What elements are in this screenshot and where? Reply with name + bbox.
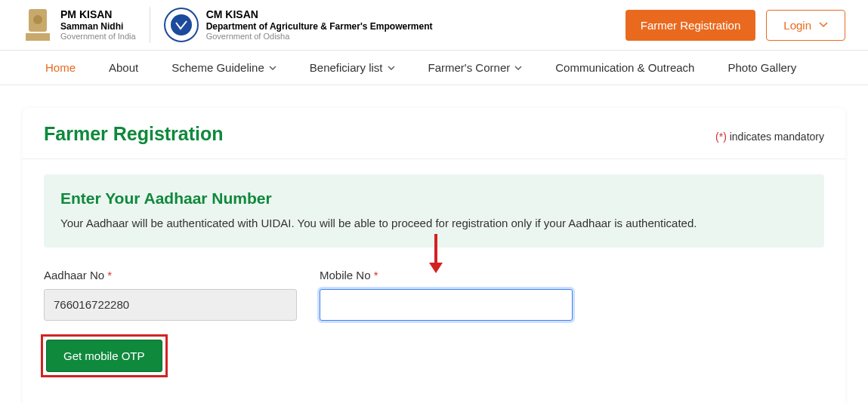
get-otp-highlight: Get mobile OTP bbox=[41, 334, 168, 377]
pm-sub: Samman Nidhi bbox=[60, 21, 136, 32]
cm-title: CM KISAN bbox=[206, 8, 433, 21]
cm-gov: Government of Odisha bbox=[206, 32, 433, 42]
pm-kisan-logo-block: PM KISAN Samman Nidhi Government of Indi… bbox=[23, 6, 136, 44]
nav-communication[interactable]: Communication & Outreach bbox=[555, 61, 694, 74]
info-text: Your Aadhaar will be authenticated with … bbox=[60, 215, 808, 232]
mobile-label: Mobile No * bbox=[320, 269, 573, 281]
svg-rect-1 bbox=[26, 33, 50, 41]
aadhaar-input[interactable] bbox=[44, 289, 297, 321]
nav-gallery[interactable]: Photo Gallery bbox=[727, 61, 796, 74]
nav-corner[interactable]: Farmer's Corner bbox=[428, 61, 523, 74]
red-arrow-annotation-icon bbox=[427, 232, 445, 275]
pm-title: PM KISAN bbox=[60, 8, 136, 21]
info-title: Enter Your Aadhaar Number bbox=[60, 189, 808, 208]
chevron-down-icon bbox=[819, 22, 828, 28]
india-emblem-icon bbox=[23, 6, 53, 44]
nav-home[interactable]: Home bbox=[45, 61, 76, 74]
chevron-down-icon bbox=[514, 66, 522, 70]
get-mobile-otp-button[interactable]: Get mobile OTP bbox=[46, 340, 162, 372]
cm-sub: Department of Agriculture & Farmer's Emp… bbox=[206, 21, 433, 32]
farmer-registration-button[interactable]: Farmer Registration bbox=[626, 10, 756, 41]
aadhaar-label: Aadhaar No * bbox=[44, 269, 297, 281]
header-divider bbox=[150, 7, 150, 43]
login-button[interactable]: Login bbox=[766, 10, 845, 41]
page-title: Farmer Registration bbox=[44, 123, 224, 145]
nav-scheme[interactable]: Scheme Guideline bbox=[171, 61, 276, 74]
cm-kisan-logo-block: CM KISAN Department of Agriculture & Far… bbox=[164, 8, 433, 42]
registration-card: Farmer Registration (*) indicates mandat… bbox=[23, 108, 845, 403]
mandatory-note: (*) indicates mandatory bbox=[715, 131, 824, 143]
nav-about[interactable]: About bbox=[109, 61, 138, 74]
svg-point-4 bbox=[171, 14, 192, 35]
odisha-emblem-icon bbox=[164, 8, 199, 42]
svg-point-2 bbox=[33, 15, 42, 24]
pm-gov: Government of India bbox=[60, 32, 136, 42]
login-label: Login bbox=[783, 19, 811, 32]
chevron-down-icon bbox=[388, 66, 395, 70]
mobile-input[interactable] bbox=[320, 289, 573, 321]
chevron-down-icon bbox=[269, 66, 276, 70]
nav-beneficiary[interactable]: Beneficiary list bbox=[310, 61, 395, 74]
